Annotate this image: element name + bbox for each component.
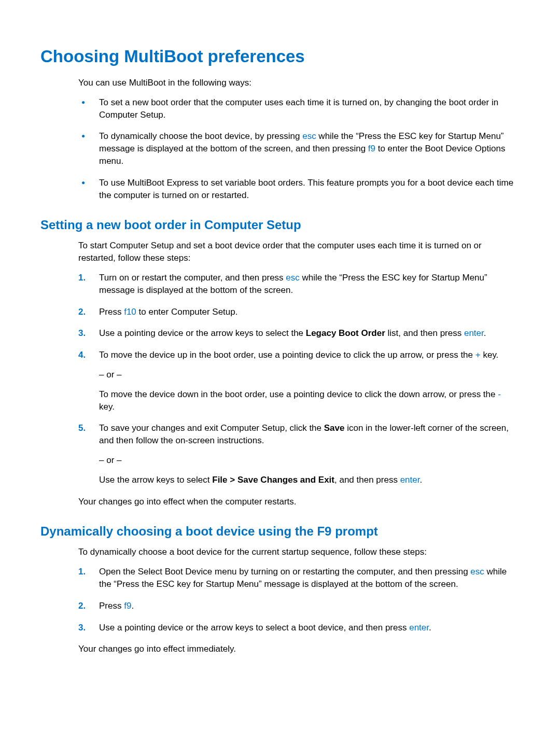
intro-bullets: To set a new boot order that the compute… [78, 96, 517, 202]
text: key. [99, 402, 115, 412]
text: Open the Select Boot Device menu by turn… [99, 567, 470, 577]
document-page: Choosing MultiBoot preferences You can u… [0, 0, 560, 745]
step: Turn on or restart the computer, and the… [78, 272, 517, 297]
key-enter: enter [464, 328, 484, 338]
key-esc: esc [286, 273, 299, 283]
page-title: Choosing MultiBoot preferences [40, 47, 517, 66]
text: key. [481, 350, 499, 360]
text: To move the device down in the boot orde… [99, 389, 498, 399]
key-minus: - [498, 389, 501, 399]
text: . [429, 623, 431, 632]
step: Use a pointing device or the arrow keys … [78, 622, 517, 634]
section-heading: Setting a new boot order in Computer Set… [40, 218, 517, 232]
text: Press [99, 307, 124, 317]
bullet-item: To use MultiBoot Express to set variable… [78, 177, 517, 202]
text: Use a pointing device or the arrow keys … [99, 623, 409, 632]
steps-list: Open the Select Boot Device menu by turn… [78, 566, 517, 634]
text: To dynamically choose the boot device, b… [99, 131, 302, 141]
text: Turn on or restart the computer, and the… [99, 273, 286, 283]
intro-text: You can use MultiBoot in the following w… [78, 77, 517, 89]
step: To move the device up in the boot order,… [78, 349, 517, 413]
steps-list: Turn on or restart the computer, and the… [78, 272, 517, 486]
or-separator: – or – [99, 369, 517, 381]
bold-text: File > Save Changes and Exit [212, 475, 334, 485]
section-intro: To start Computer Setup and set a boot d… [78, 240, 517, 264]
text: To move the device down in the boot orde… [99, 388, 517, 413]
step: Open the Select Boot Device menu by turn… [78, 566, 517, 591]
bold-text: Legacy Boot Order [306, 328, 385, 338]
step: Press f10 to enter Computer Setup. [78, 306, 517, 318]
section-outro: Your changes go into effect immediately. [78, 643, 517, 655]
step: Use a pointing device or the arrow keys … [78, 327, 517, 340]
text: to enter Computer Setup. [136, 307, 238, 317]
text: To move the device up in the boot order,… [99, 350, 475, 360]
bullet-item: To dynamically choose the boot device, b… [78, 130, 517, 167]
or-separator: – or – [99, 454, 517, 467]
bold-text: Save [324, 423, 345, 433]
key-enter: enter [409, 623, 429, 632]
key-f10: f10 [124, 307, 136, 317]
text: . [419, 475, 422, 485]
text: Press [99, 601, 124, 611]
text: . [484, 328, 486, 338]
key-f9: f9 [368, 144, 375, 153]
text: To save your changes and exit Computer S… [99, 423, 324, 433]
text: list, and then press [385, 328, 464, 338]
text: Use the arrow keys to select [99, 475, 212, 485]
key-enter: enter [400, 475, 420, 485]
section-outro: Your changes go into effect when the com… [78, 496, 517, 508]
text: Use the arrow keys to select File > Save… [99, 474, 517, 486]
key-f9: f9 [124, 601, 131, 611]
step: To save your changes and exit Computer S… [78, 422, 517, 486]
text: . [131, 601, 134, 611]
key-esc: esc [302, 131, 316, 141]
bullet-item: To set a new boot order that the compute… [78, 96, 517, 121]
key-plus: + [475, 350, 481, 360]
key-esc: esc [470, 567, 484, 577]
step: Press f9. [78, 600, 517, 612]
section-heading: Dynamically choosing a boot device using… [40, 524, 517, 539]
text: Use a pointing device or the arrow keys … [99, 328, 306, 338]
section-intro: To dynamically choose a boot device for … [78, 546, 517, 558]
text: , and then press [334, 475, 400, 485]
